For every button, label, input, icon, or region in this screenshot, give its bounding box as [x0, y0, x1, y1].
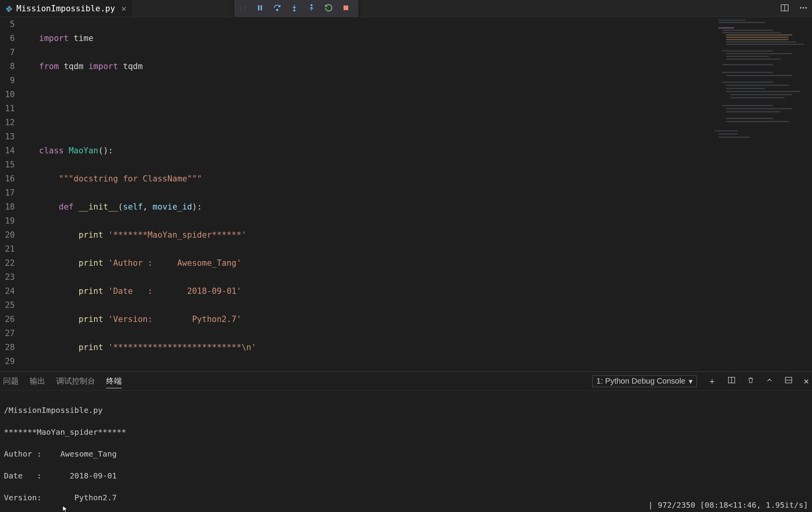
close-panel-button[interactable]: ✕	[804, 376, 809, 386]
python-file-icon	[5, 5, 12, 12]
terminal-select[interactable]: 1: Python Debug Console ▾	[592, 375, 697, 387]
bottom-panel: 问题 输出 调试控制台 终端 1: Python Debug Console ▾…	[0, 372, 812, 512]
mouse-cursor-icon	[62, 504, 69, 512]
drag-grip-icon[interactable]: ⋮⋮	[238, 5, 246, 12]
svg-point-10	[805, 7, 807, 9]
line-gutter: 5678910111213141516171819202122232425262…	[0, 17, 22, 372]
step-out-button[interactable]	[303, 4, 320, 14]
code-editor[interactable]: 5678910111213141516171819202122232425262…	[0, 17, 812, 372]
svg-point-4	[311, 4, 312, 5]
pause-button[interactable]	[251, 4, 269, 14]
svg-point-8	[800, 7, 801, 9]
close-tab-icon[interactable]: ✕	[119, 4, 126, 13]
svg-rect-0	[258, 5, 259, 10]
file-tab-label: MissionImpossible.py	[16, 4, 115, 13]
terminal-line: Date : 2018-09-01	[4, 470, 808, 481]
svg-point-9	[803, 7, 804, 9]
terminal-line: Author : Awesome_Tang	[4, 448, 808, 459]
svg-rect-1	[261, 5, 262, 10]
terminal-line: /MissionImpossible.py	[4, 405, 808, 416]
kill-terminal-button[interactable]	[747, 376, 755, 386]
editor-actions	[780, 0, 808, 17]
tab-output[interactable]: 输出	[30, 374, 45, 388]
svg-point-3	[294, 10, 295, 11]
minimap[interactable]	[714, 17, 812, 372]
debug-toolbar[interactable]: ⋮⋮	[234, 0, 358, 17]
panel-tab-bar: 问题 输出 调试控制台 终端 1: Python Debug Console ▾…	[0, 372, 812, 391]
split-editor-icon[interactable]	[780, 3, 789, 14]
svg-rect-5	[344, 5, 348, 10]
maximize-panel-button[interactable]	[784, 376, 793, 386]
terminal-content[interactable]: /MissionImpossible.py *******MaoYan_spid…	[0, 391, 812, 512]
tab-terminal[interactable]: 终端	[106, 374, 122, 388]
step-into-button[interactable]	[286, 4, 303, 14]
step-over-button[interactable]	[269, 4, 286, 14]
tab-problems[interactable]: 问题	[3, 374, 19, 388]
file-tab[interactable]: MissionImpossible.py ✕	[0, 0, 132, 17]
restart-button[interactable]	[320, 4, 337, 14]
svg-point-2	[276, 9, 278, 11]
stop-button[interactable]	[337, 4, 354, 13]
editor-tab-bar: MissionImpossible.py ✕	[0, 0, 812, 17]
terminal-progress-stats: | 972/2350 [08:18<11:46, 1.95it/s]	[648, 500, 808, 510]
tab-debug-console[interactable]: 调试控制台	[56, 374, 95, 388]
more-actions-icon[interactable]	[799, 3, 808, 14]
code-content[interactable]: import time from tqdm import tqdm class …	[22, 17, 812, 372]
new-terminal-button[interactable]: ＋	[708, 375, 716, 387]
split-terminal-button[interactable]	[727, 376, 736, 386]
terminal-line: *******MaoYan_spider******	[4, 427, 808, 437]
collapse-panel-button[interactable]	[766, 376, 773, 386]
dropdown-icon: ▾	[689, 377, 693, 386]
